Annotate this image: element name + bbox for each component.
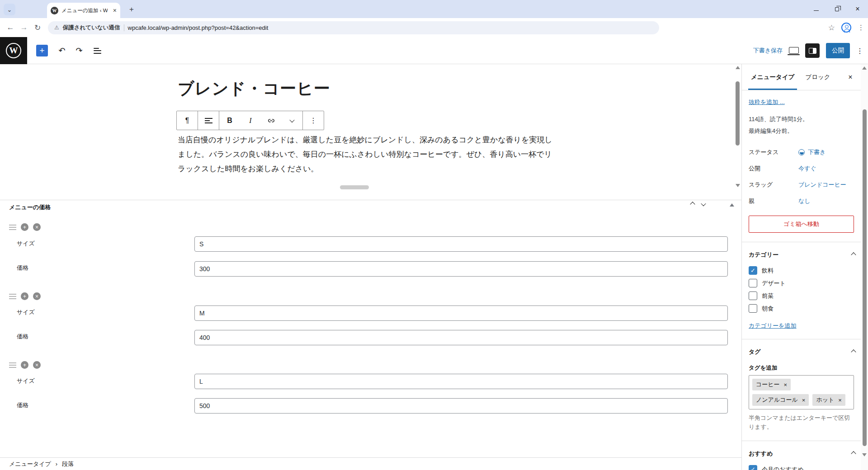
- remove-row-icon[interactable]: ×: [33, 361, 41, 369]
- scroll-up-arrow-icon[interactable]: [862, 66, 867, 70]
- size-input[interactable]: [194, 236, 728, 252]
- preview-icon[interactable]: [789, 47, 799, 54]
- redo-button[interactable]: ↷: [73, 45, 85, 56]
- wordpress-logo-button[interactable]: W: [0, 37, 27, 64]
- address-bar[interactable]: ⚠ 保護されていない通信 wpcafe.local/wp-admin/post.…: [48, 21, 659, 34]
- profile-avatar[interactable]: [841, 23, 851, 33]
- window-minimize-button[interactable]: [806, 0, 826, 18]
- sidebar-close-icon[interactable]: ×: [845, 72, 855, 82]
- add-tag-label: タグを追加: [749, 364, 856, 372]
- undo-button[interactable]: ↶: [56, 45, 68, 56]
- status-value[interactable]: 下書き: [798, 148, 826, 156]
- tag-token: ホット ×: [812, 394, 845, 406]
- add-category-link[interactable]: カテゴリーを追加: [749, 322, 797, 330]
- tab-title: メニューの追加 ‹ WPCafe — Word: [61, 7, 108, 14]
- block-options-button[interactable]: ⋮: [303, 111, 324, 130]
- scroll-up-arrow-icon[interactable]: [736, 66, 740, 69]
- add-row-icon[interactable]: +: [21, 361, 28, 369]
- metabox-toggle-icon[interactable]: [730, 203, 734, 207]
- sidebar-tabs: メニュータイプ ブロック ×: [742, 64, 868, 90]
- price-label: 価格: [17, 401, 28, 409]
- summary-row-publish: 公開 今すぐ: [749, 160, 856, 177]
- remove-row-icon[interactable]: ×: [33, 223, 41, 231]
- page-scrollbar-thumb[interactable]: [863, 109, 867, 446]
- categories-panel-header[interactable]: カテゴリー: [749, 242, 856, 259]
- remove-tag-icon[interactable]: ×: [838, 397, 842, 404]
- url-text[interactable]: wpcafe.local/wp-admin/post.php?post=42&a…: [128, 24, 269, 31]
- editor-canvas: ブレンド・コーヒー ¶ B I ⋮ 当店自慢: [0, 64, 741, 457]
- metabox-move-down-icon[interactable]: [701, 201, 706, 206]
- reload-button[interactable]: ↻: [31, 21, 44, 34]
- window-restore-button[interactable]: [826, 0, 847, 18]
- remove-tag-icon[interactable]: ×: [784, 381, 788, 388]
- paragraph-block-icon[interactable]: ¶: [177, 111, 198, 130]
- remove-tag-icon[interactable]: ×: [802, 397, 806, 404]
- window-close-button[interactable]: ×: [847, 0, 868, 18]
- settings-sidebar-toggle[interactable]: [805, 43, 820, 58]
- size-input[interactable]: [194, 374, 728, 389]
- tab-search-chevron-icon[interactable]: ⌄: [4, 4, 15, 15]
- metabox-move-up-icon[interactable]: [690, 202, 695, 207]
- canvas-scrollbar[interactable]: [734, 66, 741, 187]
- tags-input[interactable]: コーヒー × ノンアルコール × ホット ×: [749, 375, 854, 409]
- checkbox-checked[interactable]: ✓: [749, 266, 757, 275]
- price-input[interactable]: [194, 330, 728, 345]
- add-row-icon[interactable]: +: [21, 223, 28, 231]
- add-row-icon[interactable]: +: [21, 292, 28, 300]
- save-draft-button[interactable]: 下書き保存: [753, 47, 783, 55]
- more-formatting-button[interactable]: [282, 111, 302, 130]
- browser-tab[interactable]: W メニューの追加 ‹ WPCafe — Word ×: [47, 3, 120, 18]
- breadcrumb-post-type[interactable]: メニュータイプ: [9, 460, 51, 468]
- price-input[interactable]: [194, 261, 728, 277]
- security-label[interactable]: 保護されていない通信: [63, 24, 120, 32]
- publish-value[interactable]: 今すぐ: [798, 164, 816, 173]
- drag-handle-icon[interactable]: [9, 294, 16, 299]
- chevron-down-icon: [289, 117, 294, 122]
- canvas-scrollbar-thumb[interactable]: [736, 81, 740, 146]
- breadcrumb-block[interactable]: 段落: [62, 460, 74, 468]
- link-button[interactable]: [261, 111, 282, 130]
- parent-value[interactable]: なし: [798, 197, 811, 205]
- bookmark-star-icon[interactable]: ☆: [828, 23, 835, 33]
- wordpress-favicon-icon: W: [51, 7, 58, 14]
- slug-value[interactable]: ブレンドコーヒー: [798, 181, 846, 189]
- block-inserter-button[interactable]: +: [36, 45, 48, 56]
- size-input[interactable]: [194, 306, 728, 321]
- back-button[interactable]: ←: [4, 21, 17, 34]
- page-scrollbar[interactable]: [861, 64, 868, 470]
- checkbox[interactable]: [749, 279, 757, 287]
- move-to-trash-button[interactable]: ゴミ箱へ移動: [749, 216, 854, 233]
- size-label: サイズ: [17, 240, 35, 248]
- remove-row-icon[interactable]: ×: [33, 292, 41, 300]
- checkbox[interactable]: [749, 291, 757, 300]
- paragraph-block[interactable]: 当店自慢のオリジナルブレンドは、厳選した豆を絶妙にブレンドし、深みのあるコクと豊…: [178, 133, 557, 176]
- recommend-item: ✓ 今月のおすすめ: [749, 465, 856, 470]
- forward-button[interactable]: →: [17, 21, 31, 34]
- drag-handle-icon[interactable]: [9, 225, 16, 230]
- metabox-resize-handle[interactable]: [340, 185, 369, 189]
- recommend-panel-header[interactable]: おすすめ: [749, 441, 856, 458]
- drag-handle-icon[interactable]: [9, 362, 16, 368]
- tab-menu-type[interactable]: メニュータイプ: [745, 64, 800, 90]
- new-tab-button[interactable]: +: [127, 5, 136, 14]
- align-text-button[interactable]: [198, 111, 219, 130]
- breadcrumb-separator: ›: [56, 461, 57, 467]
- post-title-input[interactable]: ブレンド・コーヒー: [178, 78, 330, 100]
- tags-panel-header[interactable]: タグ: [749, 339, 856, 356]
- add-excerpt-link[interactable]: 抜粋を追加 ...: [749, 98, 785, 106]
- category-item: デザート: [749, 279, 856, 287]
- bold-button[interactable]: B: [219, 111, 240, 130]
- tab-block[interactable]: ブロック: [800, 64, 835, 90]
- italic-button[interactable]: I: [240, 111, 261, 130]
- editor-options-icon[interactable]: ⋮: [856, 47, 863, 55]
- browser-menu-icon[interactable]: ⋮: [858, 24, 864, 32]
- checkbox[interactable]: [749, 304, 757, 313]
- scroll-down-arrow-icon[interactable]: [862, 453, 867, 456]
- publish-button[interactable]: 公開: [826, 43, 850, 58]
- tab-close-icon[interactable]: ×: [113, 7, 117, 14]
- document-overview-button[interactable]: [91, 45, 103, 56]
- scroll-down-arrow-icon[interactable]: [736, 184, 740, 187]
- not-secure-warning-icon: ⚠: [54, 24, 59, 31]
- price-input[interactable]: [194, 398, 728, 414]
- checkbox-checked[interactable]: ✓: [749, 465, 757, 470]
